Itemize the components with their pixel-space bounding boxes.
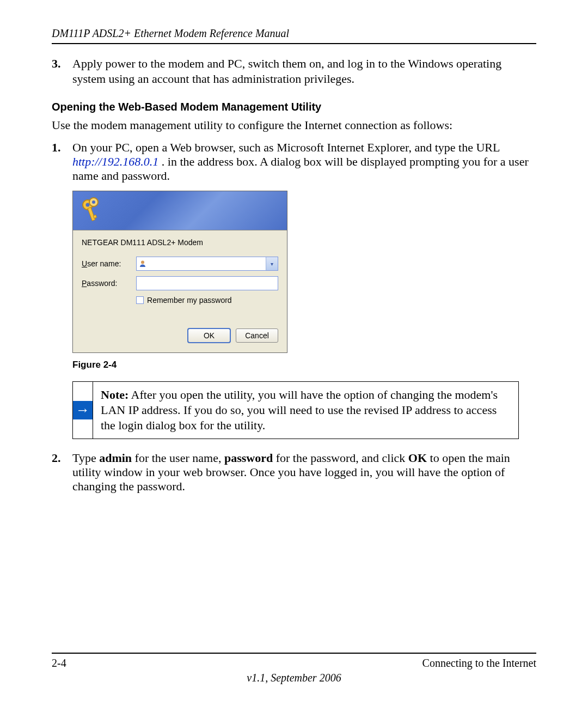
user-icon <box>137 257 149 270</box>
password-input[interactable] <box>136 276 278 290</box>
note-box: → Note: After you open the utility, you … <box>72 381 519 439</box>
step-number-3: 3. <box>52 56 67 87</box>
username-dropdown-button[interactable]: ▾ <box>266 257 278 270</box>
password-label: Password: <box>82 279 136 288</box>
footer-section-title: Connecting to the Internet <box>422 657 536 670</box>
modem-url-link[interactable]: http://192.168.0.1 <box>72 155 158 168</box>
remember-password-label: Remember my password <box>147 296 232 305</box>
step1-part-a: On your PC, open a Web browser, such as … <box>72 141 500 154</box>
username-label: User name: <box>82 259 136 268</box>
note-arrow-icon: → <box>73 401 93 419</box>
login-dialog: NETGEAR DM111 ADSL2+ Modem User name: ▾ <box>72 191 287 353</box>
dialog-titlebar <box>73 191 287 230</box>
username-input[interactable]: ▾ <box>136 257 278 271</box>
section-heading: Opening the Web-Based Modem Management U… <box>52 101 536 113</box>
svg-point-5 <box>92 200 95 204</box>
page-header-title: DM111P ADSL2+ Ethernet Modem Reference M… <box>52 27 536 40</box>
footer-version: v1.1, September 2006 <box>52 672 536 684</box>
remember-password-checkbox[interactable] <box>136 296 144 304</box>
svg-point-6 <box>141 261 144 264</box>
step-text-2: Type admin for the user name, password f… <box>72 451 536 494</box>
svg-rect-2 <box>88 208 95 221</box>
cancel-button[interactable]: Cancel <box>236 328 278 343</box>
keys-icon <box>79 197 105 224</box>
figure-caption: Figure 2-4 <box>72 360 536 370</box>
note-text: Note: After you open the utility, you wi… <box>93 382 518 438</box>
ok-button[interactable]: OK <box>188 328 230 343</box>
header-rule <box>52 43 536 44</box>
chevron-down-icon: ▾ <box>271 261 273 267</box>
footer-rule <box>52 653 536 654</box>
dialog-site-label: NETGEAR DM111 ADSL2+ Modem <box>82 238 278 247</box>
step-number-2: 2. <box>52 451 67 494</box>
svg-rect-3 <box>93 215 96 218</box>
footer-page-number: 2-4 <box>52 657 66 670</box>
step-text-1: On your PC, open a Web browser, such as … <box>72 141 536 183</box>
step-text-3: Apply power to the modem and PC, switch … <box>72 56 536 87</box>
intro-paragraph: Use the modem management utility to conf… <box>52 118 536 133</box>
step-number-1: 1. <box>52 141 67 183</box>
